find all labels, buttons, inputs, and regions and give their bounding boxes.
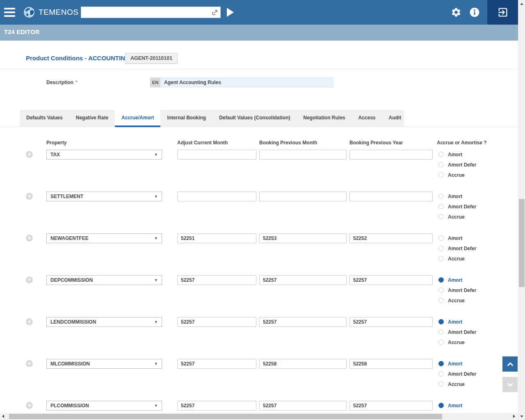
radio-accrue-input[interactable] <box>438 381 444 387</box>
radio-amort-defer-input[interactable] <box>438 288 444 293</box>
radio-accrue-input[interactable] <box>438 298 444 303</box>
search-input[interactable] <box>81 7 211 18</box>
scrollbar-left-arrow[interactable] <box>2 415 4 418</box>
tab-audit[interactable]: Audit <box>382 110 408 127</box>
radio-amort-defer-input[interactable] <box>438 371 444 377</box>
adjust-current-month-input[interactable] <box>177 317 256 327</box>
add-row-button[interactable]: + <box>26 360 33 367</box>
radio-option-accrue[interactable]: Accrue <box>438 298 476 303</box>
radio-option-accrue[interactable]: Accrue <box>438 214 476 219</box>
scroll-to-bottom-button[interactable] <box>502 377 518 392</box>
radio-option-amort-defer[interactable]: Amort Defer <box>438 204 476 209</box>
booking-previous-month-input[interactable] <box>259 359 347 369</box>
booking-previous-month-input[interactable] <box>259 275 347 285</box>
property-select[interactable]: NEWAGENTFEE ▼ <box>46 233 162 243</box>
property-select[interactable]: DEPCOMMISSION ▼ <box>46 275 162 285</box>
description-input[interactable] <box>160 78 333 87</box>
booking-previous-year-input[interactable] <box>349 192 433 201</box>
radio-accrue-input[interactable] <box>438 214 444 219</box>
radio-amort-input[interactable] <box>438 403 444 408</box>
booking-previous-year-input[interactable] <box>349 401 433 411</box>
radio-amort-input[interactable] <box>438 235 444 241</box>
chevron-down-icon: ▼ <box>154 320 158 324</box>
radio-option-accrue[interactable]: Accrue <box>438 340 476 345</box>
booking-previous-year-input[interactable] <box>349 233 433 243</box>
booking-previous-month-input[interactable] <box>259 401 347 411</box>
radio-amort-defer-input[interactable] <box>438 162 444 167</box>
info-icon[interactable] <box>469 7 480 18</box>
menu-icon[interactable] <box>4 8 15 17</box>
radio-option-amort-defer[interactable]: Amort Defer <box>438 329 476 335</box>
settings-gear-icon[interactable] <box>451 7 461 18</box>
radio-option-amort-defer[interactable]: Amort Defer <box>438 162 476 167</box>
booking-previous-month-input[interactable] <box>259 150 347 160</box>
add-row-button[interactable]: + <box>26 318 33 325</box>
adjust-current-month-input[interactable] <box>177 233 256 243</box>
radio-option-amort[interactable]: Amort <box>438 403 476 408</box>
tab-access[interactable]: Access <box>352 110 382 127</box>
radio-amort-defer-input[interactable] <box>438 204 444 209</box>
scrollbar-up-arrow[interactable] <box>520 3 523 5</box>
property-select[interactable]: SETTLEMENT ▼ <box>46 192 162 201</box>
logout-button[interactable] <box>487 0 518 25</box>
add-row-button[interactable]: + <box>26 151 33 158</box>
radio-option-amort[interactable]: Amort <box>438 194 476 199</box>
tab-defaults-values[interactable]: Defaults Values <box>20 110 69 127</box>
add-row-button[interactable]: + <box>26 402 33 409</box>
property-select[interactable]: PLCOMMISSION ▼ <box>46 401 162 411</box>
booking-previous-month-input[interactable] <box>259 192 347 201</box>
adjust-current-month-input[interactable] <box>177 192 256 201</box>
scrollbar-right-arrow[interactable] <box>513 415 515 418</box>
vertical-scrollbar[interactable] <box>518 0 525 420</box>
radio-option-amort[interactable]: Amort <box>438 235 476 241</box>
go-icon[interactable] <box>227 8 234 17</box>
add-row-button[interactable]: + <box>26 276 33 283</box>
tab-default-values-consolidation[interactable]: Default Values (Consolidation) <box>212 110 297 127</box>
property-select[interactable]: MLCOMMISSION ▼ <box>46 359 162 369</box>
booking-previous-year-input[interactable] <box>349 317 433 327</box>
property-select[interactable]: LENDCOMMISSION ▼ <box>46 317 162 327</box>
radio-option-accrue[interactable]: Accrue <box>438 172 476 178</box>
radio-option-amort-defer[interactable]: Amort Defer <box>438 371 476 377</box>
radio-accrue-input[interactable] <box>438 340 444 345</box>
scroll-to-top-button[interactable] <box>502 356 518 372</box>
scrollbar-down-arrow[interactable] <box>520 415 523 418</box>
booking-previous-month-input[interactable] <box>259 317 347 327</box>
radio-amort-defer-input[interactable] <box>438 246 444 251</box>
radio-option-amort[interactable]: Amort <box>438 319 476 324</box>
horizontal-scrollbar[interactable] <box>0 413 518 420</box>
add-row-button[interactable]: + <box>26 235 33 242</box>
booking-previous-year-input[interactable] <box>349 275 433 285</box>
radio-amort-input[interactable] <box>438 361 444 366</box>
add-row-button[interactable]: + <box>26 193 33 200</box>
radio-amort-input[interactable] <box>438 194 444 199</box>
adjust-current-month-input[interactable] <box>177 401 256 411</box>
radio-amort-input[interactable] <box>438 152 444 157</box>
launch-icon[interactable] <box>211 9 218 16</box>
property-select[interactable]: TAX ▼ <box>46 150 162 160</box>
booking-previous-year-input[interactable] <box>349 150 433 160</box>
radio-accrue-input[interactable] <box>438 256 444 261</box>
booking-previous-year-input[interactable] <box>349 359 433 369</box>
adjust-current-month-input[interactable] <box>177 359 256 369</box>
vertical-scrollbar-thumb[interactable] <box>519 199 525 287</box>
radio-option-amort[interactable]: Amort <box>438 277 476 283</box>
tab-internal-booking[interactable]: Internal Booking <box>160 110 212 127</box>
booking-previous-month-input[interactable] <box>259 233 347 243</box>
radio-option-amort-defer[interactable]: Amort Defer <box>438 288 476 293</box>
adjust-current-month-input[interactable] <box>177 275 256 285</box>
adjust-current-month-input[interactable] <box>177 150 256 160</box>
radio-option-amort[interactable]: Amort <box>438 152 476 157</box>
radio-option-amort-defer[interactable]: Amort Defer <box>438 246 476 251</box>
radio-option-accrue[interactable]: Accrue <box>438 256 476 261</box>
radio-amort-input[interactable] <box>438 277 444 283</box>
tab-negotiation-rules[interactable]: Negotiation Rules <box>297 110 352 127</box>
radio-option-accrue[interactable]: Accrue <box>438 381 476 387</box>
radio-accrue-input[interactable] <box>438 172 444 178</box>
tab-negative-rate[interactable]: Negative Rate <box>69 110 115 127</box>
tab-accrue-amort[interactable]: Accrue/Amort <box>115 110 160 127</box>
radio-amort-defer-input[interactable] <box>438 329 444 335</box>
radio-option-amort[interactable]: Amort <box>438 361 476 366</box>
radio-amort-input[interactable] <box>438 319 444 324</box>
horizontal-scrollbar-thumb[interactable] <box>9 414 442 419</box>
